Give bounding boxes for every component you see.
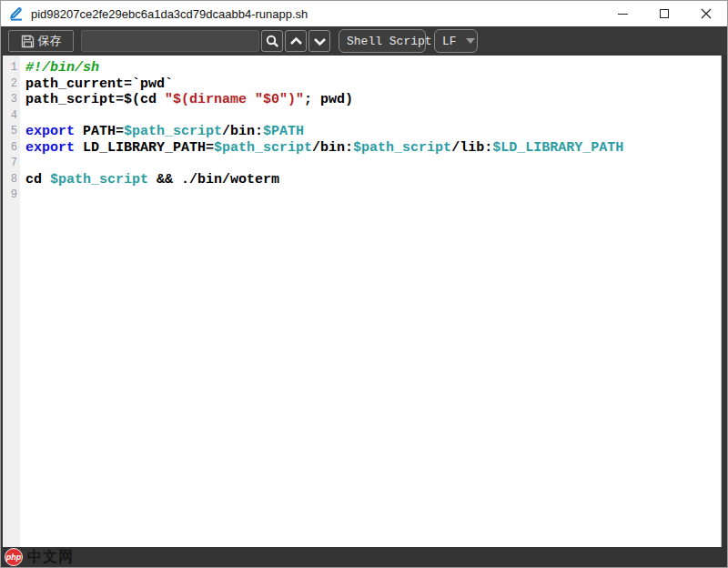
code-token-variable: $LD_LIBRARY_PATH [492,140,623,156]
code-token-variable: $path_script [50,172,148,188]
line-number: 5 [3,124,20,140]
chevron-up-icon [289,35,303,48]
find-previous-button[interactable] [285,30,307,52]
save-button[interactable]: 保存 [8,30,74,52]
app-edit-icon [8,5,25,22]
watermark-site-text: 中文网 [27,548,74,567]
line-number: 1 [3,60,20,76]
code-line [25,156,721,172]
find-next-button[interactable] [308,30,330,52]
code-token-variable: $PATH [263,124,304,139]
code-token-plain: PATH= [75,124,124,139]
line-number: 8 [3,172,20,188]
minimize-icon [618,14,628,15]
syntax-dropdown[interactable]: Shell Script [339,29,426,53]
code-line: cd $path_script && ./bin/woterm [25,172,721,188]
maximize-icon [660,9,669,18]
code-token-variable: $path_script [214,140,312,156]
code-token-variable: $path_script [124,124,222,139]
code-token-plain: path_script=$(cd [25,92,165,107]
editor-frame: 123456789 #!/bin/shpath_current=`pwd`pat… [1,56,727,547]
app-window: pid98207ce2fe29ebc6a1da3cd79dcaabb4-runa… [0,0,728,568]
line-number: 6 [3,140,20,157]
code-token-plain: && ./bin/woterm [148,172,279,188]
code-token-plain: cd [25,172,50,188]
code-token-keyword: export [25,140,75,156]
save-button-label: 保存 [38,33,62,49]
code-token-plain: path_current=`pwd` [25,76,173,92]
chevron-down-icon [313,35,327,48]
minimize-button[interactable] [602,1,643,26]
close-button[interactable] [685,1,727,26]
search-icon [266,35,279,48]
code-content[interactable]: #!/bin/shpath_current=`pwd`path_script=$… [20,56,721,547]
code-token-plain: /lib: [451,140,492,156]
code-line [25,108,721,125]
watermark-bar: php 中文网 [1,547,727,567]
php-logo-icon: php [5,548,23,566]
code-line: export LD_LIBRARY_PATH=$path_script/bin:… [25,140,721,157]
dropdown-arrow-icon [466,38,475,44]
code-token-variable: $path_script [353,140,451,156]
syntax-dropdown-value: Shell Script [347,35,432,48]
line-ending-dropdown-value: LF [442,35,457,48]
toolbar: 保存 Shell Script LF [1,26,727,56]
code-editor: 123456789 #!/bin/shpath_current=`pwd`pat… [3,56,722,547]
line-number: 3 [3,92,20,108]
search-button[interactable] [261,30,283,52]
code-line: path_current=`pwd` [25,76,721,93]
floppy-save-icon [21,35,35,48]
close-icon [701,8,712,19]
code-token-plain: /bin: [312,140,353,156]
line-number-gutter: 123456789 [3,56,20,547]
code-line: path_script=$(cd "$(dirname "$0")"; pwd) [25,92,721,108]
code-token-comment: #!/bin/sh [25,60,99,76]
maximize-button[interactable] [643,1,685,26]
code-token-plain: /bin: [222,124,263,139]
line-ending-dropdown[interactable]: LF [434,29,478,53]
code-line: export PATH=$path_script/bin:$PATH [25,124,721,140]
code-line: #!/bin/sh [25,60,721,76]
window-title: pid98207ce2fe29ebc6a1da3cd79dcaabb4-runa… [31,7,308,21]
line-number: 4 [3,108,20,125]
code-line [25,188,721,204]
code-token-keyword: export [25,124,75,139]
titlebar: pid98207ce2fe29ebc6a1da3cd79dcaabb4-runa… [1,1,727,26]
line-number: 2 [3,76,20,93]
code-token-string: "$(dirname "$0")" [165,92,304,107]
search-input[interactable] [81,30,259,52]
code-token-plain: LD_LIBRARY_PATH= [75,140,214,156]
line-number: 7 [3,156,20,172]
code-token-plain: ; pwd) [304,92,353,107]
line-number: 9 [3,188,20,204]
